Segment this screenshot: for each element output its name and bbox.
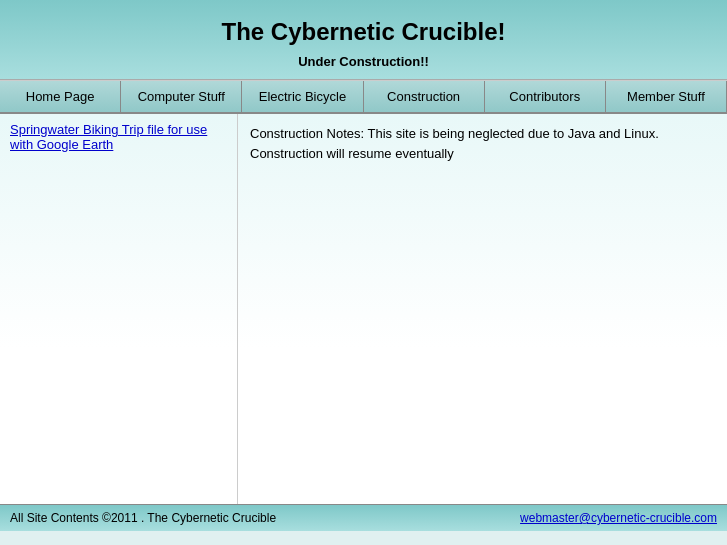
content-area: Springwater Biking Trip file for use wit…: [0, 114, 727, 504]
page-header: The Cybernetic Crucible! Under Construct…: [0, 0, 727, 80]
page-subtitle: Under Construction!!: [10, 54, 717, 69]
nav-contributors[interactable]: Contributors: [485, 81, 606, 112]
page-title: The Cybernetic Crucible!: [10, 18, 717, 46]
email-link[interactable]: webmaster@cybernetic-crucible.com: [520, 511, 717, 525]
navigation-bar: Home Page Computer Stuff Electric Bicycl…: [0, 80, 727, 114]
right-panel: Construction Notes: This site is being n…: [238, 114, 727, 504]
page-footer: All Site Contents ©2011 . The Cybernetic…: [0, 504, 727, 531]
nav-construction[interactable]: Construction: [364, 81, 485, 112]
left-panel: Springwater Biking Trip file for use wit…: [0, 114, 238, 504]
construction-notes: Construction Notes: This site is being n…: [250, 124, 715, 163]
springwater-link[interactable]: Springwater Biking Trip file for use wit…: [10, 122, 227, 152]
nav-home-page[interactable]: Home Page: [0, 81, 121, 112]
nav-member-stuff[interactable]: Member Stuff: [606, 81, 727, 112]
copyright-text: All Site Contents ©2011 . The Cybernetic…: [10, 511, 276, 525]
nav-computer-stuff[interactable]: Computer Stuff: [121, 81, 242, 112]
nav-electric-bicycle[interactable]: Electric Bicycle: [242, 81, 363, 112]
